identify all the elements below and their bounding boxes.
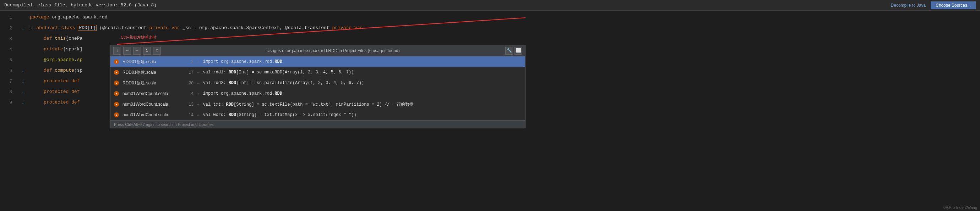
popup-title: Usages of org.apache.spark.rdd.RDD in Pr… xyxy=(163,48,503,53)
file-icon-2: ● xyxy=(114,70,119,75)
file-icon-3: ● xyxy=(114,81,119,86)
gutter-6: ↓ xyxy=(18,68,29,73)
line-code-3: def this(onePa xyxy=(29,33,980,44)
file-icon-1: ● xyxy=(114,59,119,64)
popup-arrow-6: ⇨ xyxy=(197,113,200,117)
gutter-2: ↓ xyxy=(18,25,29,31)
file-icon-5: ● xyxy=(114,102,119,107)
line-number-5: 5 xyxy=(0,57,18,63)
popup-tool-down[interactable]: ↓ xyxy=(113,47,121,55)
line-number-2: 2 xyxy=(0,25,18,31)
line-number-3: 3 xyxy=(0,36,18,41)
popup-filename-4: num01WordCount.scala xyxy=(123,91,179,96)
popup-linenum-2: 17 xyxy=(183,70,194,75)
line-code-1: package org.apache.spark.rdd xyxy=(29,12,980,23)
gutter-8: ↓ xyxy=(18,89,29,95)
popup-settings-btn[interactable]: 🔧 xyxy=(505,47,513,55)
file-icon-6: ● xyxy=(114,113,119,117)
popup-item-2[interactable]: ● RDD01创建.scala 17 ⇨ val rdd1: RDD[Int] … xyxy=(110,67,525,78)
usage-popup: ↓ ← → i ⊙ Usages of org.apache.spark.rdd… xyxy=(110,45,525,129)
top-bar: Decompiled .class file, bytecode version… xyxy=(0,0,980,11)
line-number-1: 1 xyxy=(0,15,18,20)
popup-code-4: import org.apache.spark.rdd.RDD xyxy=(203,91,282,96)
popup-code-3: val rdd2: RDD[Int] = sc.parallelize(Arra… xyxy=(203,81,364,86)
popup-item-3[interactable]: ● RDD01创建.scala 20 ⇨ val rdd2: RDD[Int] … xyxy=(110,78,525,88)
line-number-6: 6 xyxy=(0,68,18,73)
line-number-7: 7 xyxy=(0,79,18,84)
popup-filename-6: num01WordCount.scala xyxy=(123,113,179,117)
decompile-to-java-button[interactable]: Decompile to Java xyxy=(886,2,931,9)
popup-filename-1: RDD01创建.scala xyxy=(123,59,179,65)
line-number-8: 8 xyxy=(0,89,18,95)
popup-linenum-4: 4 xyxy=(183,91,194,96)
top-bar-actions: Decompile to Java Choose Sources... xyxy=(886,2,976,9)
annotation-tooltip: Ctrl+鼠标左键单击时 xyxy=(121,35,157,40)
code-line-2: 2 ↓ ⊞ abstract class RDD[T] (@scala.tran… xyxy=(0,23,980,33)
popup-toolbar: ↓ ← → i ⊙ Usages of org.apache.spark.rdd… xyxy=(110,45,525,56)
popup-footer: Press Ctrl+Alt+F7 again to search in Pro… xyxy=(110,120,525,128)
code-line-1: 1 package org.apache.spark.rdd xyxy=(0,12,980,23)
popup-code-6: val word: RDD[String] = txt.flatMap(x =>… xyxy=(203,113,356,117)
popup-linenum-5: 13 xyxy=(183,102,194,107)
popup-arrow-5: ⇨ xyxy=(197,102,200,107)
popup-linenum-1: 2 xyxy=(183,59,194,64)
popup-right-buttons: 🔧 ⬜ xyxy=(505,47,522,55)
popup-tool-right[interactable]: → xyxy=(133,47,141,55)
popup-arrow-2: ⇨ xyxy=(197,70,200,75)
popup-expand-btn[interactable]: ⬜ xyxy=(514,47,522,55)
gutter-9: ↓ xyxy=(18,100,29,105)
popup-code-5: val txt: RDD[String] = sc.textFile(path … xyxy=(203,102,414,108)
popup-arrow-3: ⇨ xyxy=(197,81,200,86)
file-icon-4: ● xyxy=(114,91,119,96)
editor-area: 1 package org.apache.spark.rdd 2 ↓ ⊞ abs… xyxy=(0,11,980,211)
popup-footer-text: Press Ctrl+Alt+F7 again to search in Pro… xyxy=(114,122,214,127)
choose-sources-button[interactable]: Choose Sources... xyxy=(931,2,976,9)
popup-filename-5: num01WordCount.scala xyxy=(123,102,179,107)
gutter-7: ↓ xyxy=(18,79,29,84)
popup-arrow-4: ⇨ xyxy=(197,92,200,96)
line-number-4: 4 xyxy=(0,47,18,52)
popup-tool-target[interactable]: ⊙ xyxy=(153,47,161,55)
popup-code-1: import org.apache.spark.rdd.RDD xyxy=(203,59,282,64)
popup-arrow-1: ⇨ xyxy=(197,60,200,64)
popup-tool-info[interactable]: i xyxy=(143,47,151,55)
bottom-right-info: 09:Pro Inde ZWang xyxy=(940,204,980,211)
line-code-2: ⊞ abstract class RDD[T] (@scala.transien… xyxy=(29,23,980,33)
popup-item-1[interactable]: ● RDD01创建.scala 2 ⇨ import org.apache.sp… xyxy=(110,56,525,67)
line-number-9: 9 xyxy=(0,100,18,105)
popup-item-4[interactable]: ● num01WordCount.scala 4 ⇨ import org.ap… xyxy=(110,88,525,99)
popup-item-6[interactable]: ● num01WordCount.scala 14 ⇨ val word: RD… xyxy=(110,109,525,120)
popup-tool-left[interactable]: ← xyxy=(123,47,131,55)
popup-filename-3: RDD01创建.scala xyxy=(123,80,179,86)
popup-linenum-6: 14 xyxy=(183,113,194,117)
popup-filename-2: RDD01创建.scala xyxy=(123,70,179,76)
popup-linenum-3: 20 xyxy=(183,81,194,86)
popup-item-5[interactable]: ● num01WordCount.scala 13 ⇨ val txt: RDD… xyxy=(110,99,525,109)
popup-list: ● RDD01创建.scala 2 ⇨ import org.apache.sp… xyxy=(110,56,525,120)
file-info-label: Decompiled .class file, bytecode version… xyxy=(4,3,157,8)
popup-code-2: val rdd1: RDD[Int] = sc.makeRDD(Array(1,… xyxy=(203,70,354,75)
